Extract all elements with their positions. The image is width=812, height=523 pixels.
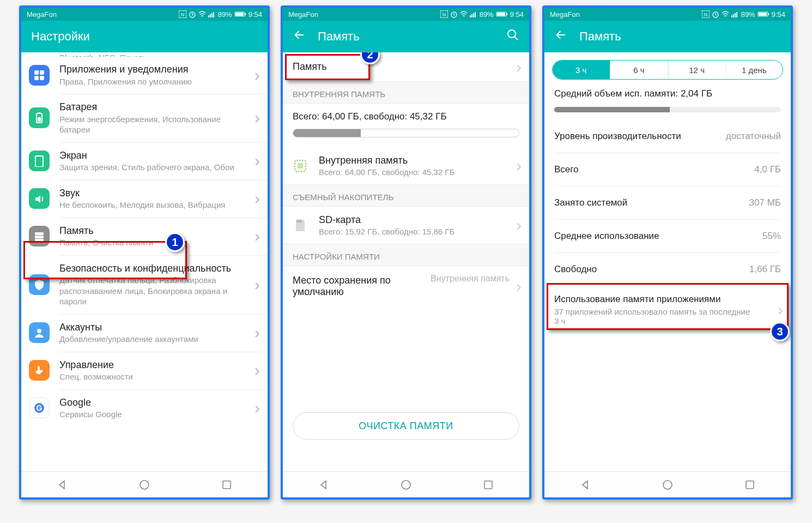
shield-icon — [29, 274, 50, 295]
google-icon — [29, 398, 50, 418]
nav-back-icon[interactable] — [579, 479, 591, 491]
free-row: Свободно1,66 ГБ — [544, 253, 791, 286]
avg-use-row: Среднее использование55% — [544, 220, 791, 253]
nfc-icon — [440, 10, 448, 18]
nav-home-icon[interactable] — [138, 479, 150, 491]
nav-recent-icon[interactable] — [221, 479, 233, 491]
item-title: Приложения и уведомления — [59, 63, 243, 76]
wifi-icon — [722, 10, 729, 18]
memory-bar — [554, 107, 781, 112]
back-button[interactable] — [293, 28, 306, 45]
screen-memory: MegaFon 89% 9:54 Память 3 ч 6 ч 12 ч 1 д… — [542, 5, 793, 500]
alarm-icon — [712, 10, 719, 18]
storage-bar — [293, 129, 519, 137]
page-title: Настройки — [31, 29, 258, 44]
page-title: Память — [318, 29, 494, 44]
settings-item-apps[interactable]: Приложения и уведомленияПрава, Приложени… — [21, 57, 268, 94]
badge-3: 3 — [770, 322, 790, 341]
memory-bar-fill — [554, 107, 670, 112]
chip-icon — [290, 156, 310, 176]
wifi-icon — [460, 10, 468, 18]
app-bar: Настройки — [21, 21, 268, 52]
perf-level-row: Уровень производительностидостаточный — [544, 120, 791, 153]
battery-icon — [29, 107, 50, 128]
apps-memory-row[interactable]: Использование памяти приложениями 37 при… — [544, 286, 791, 333]
nav-home-icon[interactable] — [662, 479, 674, 491]
storage-bar-fill — [293, 129, 361, 137]
status-bar: MegaFon 89% 9:54 — [544, 8, 791, 21]
total-row: Всего4,0 ГБ — [544, 153, 791, 186]
account-icon — [29, 322, 50, 343]
tab-6h[interactable]: 6 ч — [610, 61, 668, 79]
nav-bar — [21, 471, 268, 497]
settings-item-sound[interactable]: ЗвукНе беспокоить, Мелодия вызова, Вибра… — [21, 181, 268, 218]
battery-icon — [758, 10, 769, 18]
status-bar: MegaFon 89% 9:54 — [283, 8, 529, 21]
nfc-icon — [179, 10, 186, 18]
nav-back-icon[interactable] — [56, 479, 68, 491]
settings-item-storage[interactable]: ПамятьПамять, Очистка памяти — [21, 218, 268, 255]
settings-list[interactable]: Bluetooth, NFC, Печать Приложения и увед… — [21, 52, 268, 471]
tab-12h[interactable]: 12 ч — [668, 61, 726, 79]
status-bar: MegaFon 89% 9:54 — [21, 8, 268, 21]
storage-summary: Всего: 64,00 ГБ, свободно: 45,32 ГБ — [283, 104, 529, 147]
default-location-row[interactable]: Место сохранения по умолчанию Внутренняя… — [283, 266, 529, 306]
status-icons: 89% 9:54 — [179, 10, 262, 19]
search-icon — [506, 28, 519, 41]
cutoff-row: Bluetooth, NFC, Печать — [21, 52, 268, 57]
page-title: Память — [579, 29, 781, 44]
settings-item-display[interactable]: ЭкранЗащита зрения, Стиль рабочего экран… — [21, 143, 268, 180]
time-tabs: 3 ч 6 ч 12 ч 1 день — [552, 60, 783, 80]
settings-item-google[interactable]: GoogleСервисы Google — [21, 390, 268, 427]
ram-row[interactable]: Память — [283, 52, 529, 81]
battery-pct: 89% — [218, 10, 232, 19]
nav-recent-icon[interactable] — [744, 479, 756, 491]
nav-back-icon[interactable] — [318, 479, 330, 491]
nfc-icon — [702, 10, 710, 18]
nav-bar — [544, 471, 791, 497]
battery-icon — [234, 10, 246, 18]
section-settings: НАСТРОЙКИ ПАМЯТИ — [283, 244, 529, 266]
carrier-label: MegaFon — [27, 10, 57, 19]
settings-item-battery[interactable]: БатареяРежим энергосбережения, Использов… — [21, 94, 268, 142]
sound-icon — [29, 188, 50, 209]
storage-content[interactable]: Память ВНУТРЕННЯЯ ПАМЯТЬ Всего: 64,00 ГБ… — [283, 52, 529, 471]
screen-settings: MegaFon 89% 9:54 Настройки Bluetooth, NF… — [19, 5, 270, 500]
section-removable: СЪЕМНЫЙ НАКОПИТЕЛЬ — [283, 184, 529, 207]
clock: 9:54 — [249, 10, 262, 19]
back-arrow-icon — [554, 28, 567, 41]
app-bar: Память — [544, 21, 791, 52]
app-bar: Память — [283, 21, 529, 52]
tab-3h[interactable]: 3 ч — [553, 61, 610, 79]
clean-storage-button[interactable]: ОЧИСТКА ПАМЯТИ — [293, 412, 519, 440]
back-arrow-icon — [293, 28, 306, 41]
nav-bar — [283, 471, 529, 497]
item-sub: Права, Приложения по умолчанию — [59, 76, 243, 87]
back-button[interactable] — [554, 28, 567, 45]
battery-icon — [496, 10, 508, 18]
signal-icon — [731, 10, 739, 18]
svg-point-30 — [508, 30, 516, 38]
sd-card-row[interactable]: SD-картаВсего: 15,92 ГБ, свободно: 15,86… — [283, 207, 529, 244]
alarm-icon — [189, 10, 196, 18]
section-internal: ВНУТРЕННЯЯ ПАМЯТЬ — [283, 81, 529, 104]
system-row: Занято системой307 МБ — [544, 187, 791, 219]
nav-home-icon[interactable] — [400, 479, 412, 491]
badge-1: 1 — [165, 232, 185, 252]
wifi-icon — [198, 10, 206, 18]
alarm-icon — [450, 10, 458, 18]
settings-item-security[interactable]: Безопасность и конфиденциальностьДатчик … — [21, 256, 268, 314]
nav-recent-icon[interactable] — [482, 479, 494, 491]
display-icon — [29, 151, 50, 171]
internal-storage-row[interactable]: Внутренняя памятьВсего: 64,00 ГБ, свобод… — [283, 147, 529, 184]
settings-item-accessibility[interactable]: УправлениеСпец. возможности — [21, 352, 268, 389]
summary-text: Всего: 64,00 ГБ, свободно: 45,32 ГБ — [293, 111, 519, 122]
tab-1d[interactable]: 1 день — [726, 61, 783, 79]
signal-icon — [470, 10, 477, 18]
storage-icon — [29, 226, 50, 247]
search-button[interactable] — [506, 28, 519, 45]
hand-icon — [29, 360, 50, 381]
settings-item-accounts[interactable]: АккаунтыДобавление/управление аккаунтами — [21, 315, 268, 352]
avg-memory-label: Средний объем исп. памяти: 2,04 ГБ — [544, 80, 791, 101]
memory-content[interactable]: 3 ч 6 ч 12 ч 1 день Средний объем исп. п… — [544, 52, 791, 471]
